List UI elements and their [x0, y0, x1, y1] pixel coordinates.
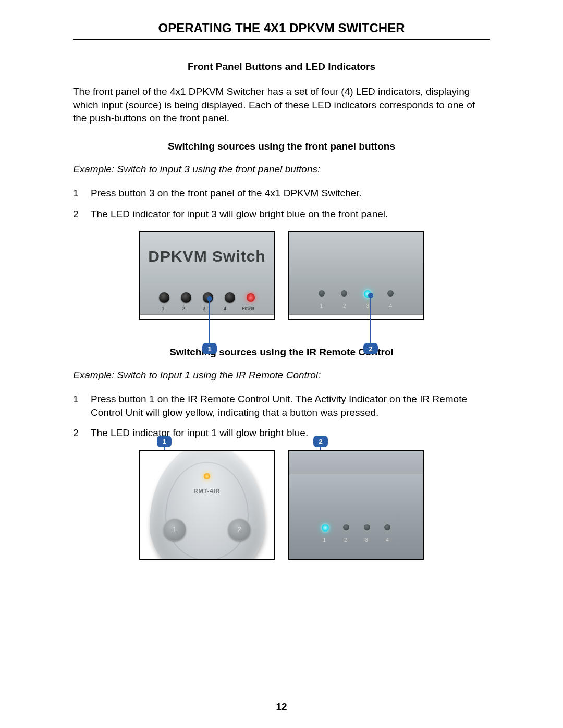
bottom-strip — [289, 314, 423, 319]
callout-label-1: 1 — [157, 436, 172, 447]
figure-1-right: 1 2 3 4 2 — [288, 231, 424, 320]
panel-top-strip — [289, 451, 423, 474]
remote-button-1: 1 — [163, 518, 186, 541]
section1-body: The front panel of the 4x1 DPKVM Switche… — [73, 85, 490, 125]
step-num: 2 — [73, 207, 91, 221]
led-4-off-icon — [384, 524, 390, 530]
push-button-1 — [159, 292, 169, 303]
led-label: 3 — [363, 537, 370, 543]
push-button-2 — [181, 292, 191, 303]
bottom-strip — [140, 314, 274, 319]
step-row: 2 The LED indicator for input 3 will glo… — [73, 207, 490, 221]
led-1-off-icon — [319, 290, 325, 297]
led-row — [289, 290, 423, 298]
step-num: 1 — [73, 392, 91, 419]
section3-heading: Switching sources using the IR Remote Co… — [73, 347, 490, 358]
front-panel-leds-photo-2: 1 2 3 4 — [288, 450, 424, 560]
callout-label-1: 1 — [202, 343, 217, 354]
page-title: OPERATING THE 4X1 DPKVM SWITCHER — [73, 21, 490, 40]
section3-steps: 1 Press button 1 on the IR Remote Contro… — [73, 392, 490, 440]
led-2-off-icon — [341, 290, 347, 297]
step-text: Press button 1 on the IR Remote Control … — [91, 392, 490, 419]
btn-label: 4 — [220, 306, 230, 311]
page-number: 12 — [0, 701, 563, 712]
device-label-text: DPKVM Switch — [148, 248, 265, 265]
figure-2-right: 2 1 2 3 4 — [288, 450, 424, 560]
led-label: 2 — [342, 537, 349, 543]
callout-label-2: 2 — [363, 343, 378, 354]
led-label: 1 — [317, 303, 325, 309]
led-2-off-icon — [343, 524, 349, 530]
led-label-row: 1 2 3 4 — [289, 537, 423, 543]
leader-line — [209, 299, 210, 343]
figure-row-2: 1 RMT-4IR 1 2 2 — [73, 450, 490, 560]
section2-steps: 1 Press button 3 on the front panel of t… — [73, 187, 490, 220]
callout-label-2: 2 — [313, 436, 328, 447]
step-row: 1 Press button 3 on the front panel of t… — [73, 187, 490, 200]
section2-heading: Switching sources using the front panel … — [73, 141, 490, 152]
led-4-off-icon — [387, 290, 394, 297]
led-label-row: 1 2 3 4 — [289, 303, 423, 309]
remote-model-text: RMT-4IR — [194, 488, 221, 494]
btn-label: 1 — [158, 306, 168, 311]
button-label-row: 1 2 3 4 Power — [140, 306, 274, 311]
led-label: 1 — [321, 537, 328, 543]
section3-example: Example: Switch to Input 1 using the IR … — [73, 369, 490, 381]
section1-heading: Front Panel Buttons and LED Indicators — [73, 61, 490, 72]
led-label: 4 — [387, 303, 395, 309]
figure-1-left: DPKVM Switch 1 2 3 4 Power 1 — [139, 231, 275, 320]
power-led-icon — [247, 293, 255, 302]
step-num: 2 — [73, 426, 91, 440]
step-text: The LED indicator for input 1 will glow … — [91, 426, 490, 440]
ir-remote-photo: RMT-4IR 1 2 — [139, 450, 275, 560]
figure-2-left: 1 RMT-4IR 1 2 — [139, 450, 275, 560]
figure-row-1: DPKVM Switch 1 2 3 4 Power 1 — [73, 231, 490, 320]
leader-line — [370, 295, 371, 343]
step-text: The LED indicator for input 3 will glow … — [91, 207, 490, 221]
step-num: 1 — [73, 187, 91, 200]
step-text: Press button 3 on the front panel of the… — [91, 187, 490, 200]
remote-activity-led-icon — [204, 473, 210, 479]
led-row — [289, 524, 423, 532]
section2-example: Example: Switch to input 3 using the fro… — [73, 164, 490, 175]
remote-body — [150, 450, 264, 560]
led-label: 4 — [384, 537, 391, 543]
power-label: Power — [240, 306, 256, 311]
step-row: 2 The LED indicator for input 1 will glo… — [73, 426, 490, 440]
step-row: 1 Press button 1 on the IR Remote Contro… — [73, 392, 490, 419]
remote-button-2: 2 — [228, 518, 251, 541]
led-1-on-icon — [322, 524, 329, 532]
btn-label: 2 — [178, 306, 189, 311]
led-label: 2 — [341, 303, 348, 309]
front-panel-buttons-photo: DPKVM Switch 1 2 3 4 Power — [139, 231, 275, 320]
led-3-off-icon — [364, 524, 370, 530]
btn-label: 3 — [199, 306, 210, 311]
push-button-4 — [225, 292, 235, 303]
front-panel-leds-photo: 1 2 3 4 — [288, 231, 424, 320]
